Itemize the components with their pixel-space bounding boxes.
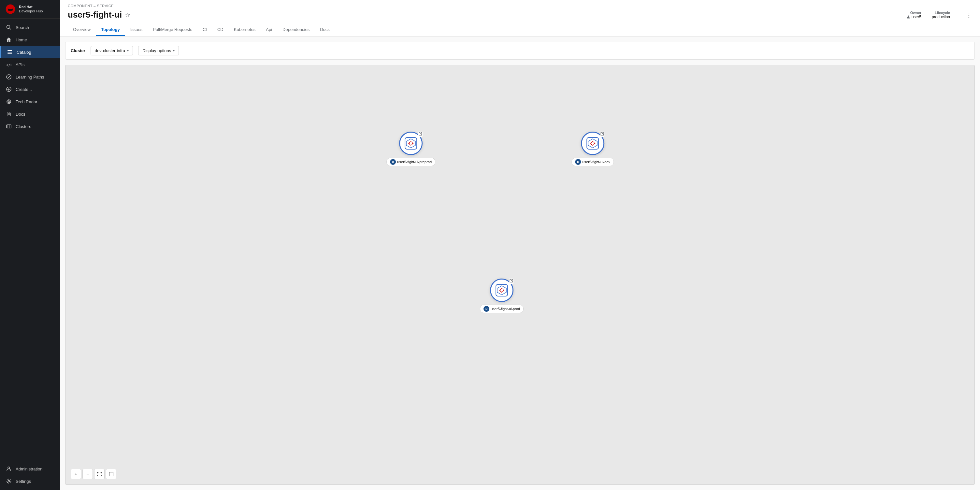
- node-badge: D: [575, 159, 581, 165]
- svg-text:</>: </>: [6, 63, 11, 67]
- sidebar-label-search: Search: [16, 25, 29, 30]
- topology-controls: Cluster dev-cluster-infra ▾ Display opti…: [65, 42, 975, 60]
- tab-api[interactable]: Api: [261, 24, 277, 36]
- svg-rect-24: [405, 137, 417, 149]
- display-options-label: Display options: [142, 48, 171, 53]
- logo-text: Red Hat Developer Hub: [19, 5, 43, 13]
- create-icon: [6, 86, 12, 92]
- fit-button[interactable]: [94, 469, 105, 479]
- tab-overview[interactable]: Overview: [68, 24, 96, 36]
- tabs: OverviewTopologyIssuesPull/Merge Request…: [68, 24, 972, 36]
- owner-value: user5: [906, 15, 921, 19]
- cluster-select[interactable]: dev-cluster-infra ▾: [91, 46, 133, 56]
- tab-cd[interactable]: CD: [212, 24, 229, 36]
- sidebar-label-learning-paths: Learning Paths: [16, 75, 44, 80]
- node-label: D user5-fight-ui-prod: [480, 305, 523, 313]
- node-badge: D: [390, 159, 396, 165]
- topology-node-dev[interactable]: D user5-fight-ui-dev: [571, 132, 614, 166]
- cluster-value: dev-cluster-infra: [95, 48, 125, 53]
- breadcrumb: COMPONENT – SERVICE: [68, 4, 972, 8]
- tab-ci[interactable]: CI: [197, 24, 212, 36]
- topology-content: Cluster dev-cluster-infra ▾ Display opti…: [60, 37, 980, 490]
- topology-canvas: + − D user5: [65, 65, 975, 485]
- search-icon: [6, 24, 12, 30]
- svg-point-22: [908, 15, 909, 17]
- external-link-icon[interactable]: [509, 278, 514, 284]
- sidebar-item-search[interactable]: Search: [0, 21, 60, 33]
- sidebar-item-apis[interactable]: </> APIs: [0, 58, 60, 71]
- sidebar-item-home[interactable]: Home: [0, 33, 60, 46]
- sidebar-label-home: Home: [16, 37, 27, 42]
- lifecycle-value: production: [932, 15, 950, 19]
- svg-rect-5: [8, 52, 12, 52]
- docs-icon: [6, 111, 12, 117]
- lifecycle-meta: Lifecycle production: [932, 11, 950, 19]
- sidebar-label-apis: APIs: [16, 62, 24, 67]
- external-link-icon[interactable]: [600, 132, 605, 137]
- cluster-chevron-icon: ▾: [127, 49, 129, 52]
- fullscreen-icon: [109, 472, 113, 476]
- tab-topology[interactable]: Topology: [96, 24, 125, 36]
- sidebar-item-clusters[interactable]: Clusters: [0, 120, 60, 133]
- sidebar-label-administration: Administration: [16, 466, 42, 471]
- home-icon: [6, 37, 12, 43]
- sidebar-item-docs[interactable]: Docs: [0, 108, 60, 120]
- zoom-out-button[interactable]: −: [83, 469, 93, 479]
- svg-rect-17: [6, 125, 11, 128]
- display-options-button[interactable]: Display options ▾: [138, 46, 179, 56]
- node-icon-wrap: [581, 132, 605, 155]
- sidebar-logo: Red Hat Developer Hub: [0, 0, 60, 19]
- component-name: user5-fight-ui: [68, 10, 122, 20]
- sidebar-item-create[interactable]: Create...: [0, 83, 60, 95]
- page-meta: Owner user5 Lifecycle production ⋮: [906, 11, 972, 19]
- svg-point-20: [8, 467, 10, 469]
- svg-point-21: [8, 480, 10, 482]
- logo-line2: Developer Hub: [19, 9, 43, 13]
- tab-issues[interactable]: Issues: [125, 24, 148, 36]
- fullscreen-button[interactable]: [106, 469, 116, 479]
- sidebar-nav: Search Home Catalog </> APIs: [0, 19, 60, 460]
- topology-node-preprod[interactable]: D user5-fight-ui-preprod: [387, 132, 435, 166]
- node-name-text: user5-fight-ui-preprod: [397, 160, 432, 164]
- sidebar-label-docs: Docs: [16, 112, 25, 117]
- node-icon-wrap: [399, 132, 423, 155]
- sidebar-label-tech-radar: Tech Radar: [16, 99, 37, 104]
- sidebar-label-create: Create...: [16, 87, 32, 92]
- svg-rect-4: [8, 50, 12, 51]
- sidebar-label-catalog: Catalog: [17, 50, 31, 55]
- sidebar-label-clusters: Clusters: [16, 124, 31, 129]
- svg-rect-6: [8, 53, 12, 54]
- zoom-in-button[interactable]: +: [71, 469, 81, 479]
- main-content: COMPONENT – SERVICE user5-fight-ui ☆ Own…: [60, 0, 980, 490]
- node-badge: D: [484, 306, 489, 312]
- learning-icon: [6, 74, 12, 80]
- more-options-icon[interactable]: ⋮: [966, 11, 972, 19]
- tab-dependencies[interactable]: Dependencies: [277, 24, 315, 36]
- page-title-row: user5-fight-ui ☆ Owner user5 Lifecycle p…: [68, 10, 972, 20]
- logo-line1: Red Hat: [19, 5, 43, 9]
- sidebar-bottom: Administration Settings: [0, 460, 60, 490]
- favorite-star-icon[interactable]: ☆: [125, 11, 130, 19]
- display-options-chevron-icon: ▾: [173, 49, 175, 52]
- page-title: user5-fight-ui ☆: [68, 10, 130, 20]
- clusters-icon: [6, 124, 12, 129]
- sidebar-item-catalog[interactable]: Catalog: [0, 46, 60, 58]
- sidebar-item-learning-paths[interactable]: Learning Paths: [0, 71, 60, 83]
- tab-pull-merge[interactable]: Pull/Merge Requests: [148, 24, 197, 36]
- sidebar-item-settings[interactable]: Settings: [0, 475, 60, 487]
- node-label: D user5-fight-ui-preprod: [387, 158, 435, 166]
- tab-docs[interactable]: Docs: [315, 24, 335, 36]
- svg-line-3: [10, 29, 11, 30]
- sidebar-item-administration[interactable]: Administration: [0, 463, 60, 475]
- tab-kubernetes[interactable]: Kubernetes: [229, 24, 261, 36]
- radar-icon: [6, 99, 12, 105]
- node-backstage-icon: [585, 136, 600, 151]
- fit-icon: [97, 472, 102, 476]
- node-name-text: user5-fight-ui-dev: [582, 160, 610, 164]
- external-link-icon[interactable]: [418, 132, 423, 137]
- catalog-icon: [7, 49, 13, 55]
- redhat-logo-icon: [5, 4, 16, 14]
- settings-icon: [6, 478, 12, 484]
- sidebar-item-tech-radar[interactable]: Tech Radar: [0, 95, 60, 108]
- topology-node-prod[interactable]: D user5-fight-ui-prod: [480, 278, 523, 313]
